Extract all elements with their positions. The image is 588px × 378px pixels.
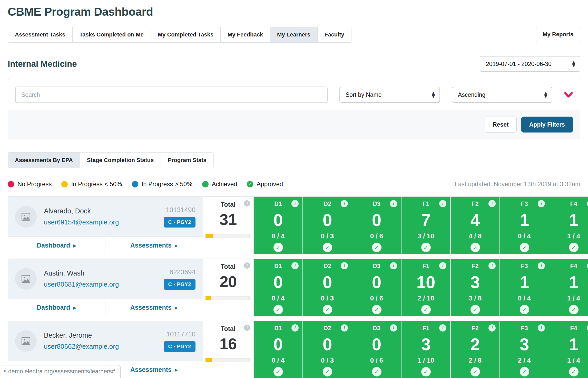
epa-fraction: 0 / 6 bbox=[352, 356, 401, 364]
no-progress-dot-icon bbox=[8, 181, 14, 187]
tab-faculty[interactable]: Faculty bbox=[317, 27, 351, 43]
legend-row: No Progress In Progress < 50% In Progres… bbox=[8, 181, 580, 188]
epa-info-icon[interactable]: i bbox=[439, 262, 446, 269]
date-range-value: 2019-07-01 - 2020-06-30 bbox=[486, 61, 552, 68]
epa-info-icon[interactable]: i bbox=[439, 200, 446, 207]
epa-info-icon[interactable]: i bbox=[291, 324, 299, 332]
epa-cell-d2: D2 i 0 0 / 3 ✓ bbox=[302, 321, 352, 378]
tab-assessment-tasks[interactable]: Assessment Tasks bbox=[8, 27, 73, 43]
epa-info-icon[interactable]: i bbox=[390, 262, 397, 269]
sort-by-select[interactable]: Sort by Name ▲▼ bbox=[339, 87, 440, 103]
apply-filters-button[interactable]: Apply Filters bbox=[521, 117, 573, 133]
epa-cell-f1: F1 i 3 1 / 10 ✓ bbox=[401, 321, 450, 378]
epa-cells: D1 i 0 0 / 4 ✓ D2 i 0 0 / 3 ✓ D3 i 0 bbox=[253, 321, 588, 378]
epa-approved-check-icon: ✓ bbox=[421, 305, 431, 314]
learner-id: 10117710 bbox=[166, 330, 195, 338]
epa-info-icon[interactable]: i bbox=[538, 262, 545, 269]
learner-info: Becker, Jerome user80662@example.org 101… bbox=[8, 321, 203, 361]
photo-placeholder-icon bbox=[22, 337, 30, 345]
assessments-link[interactable]: Assessments ▶ bbox=[105, 299, 203, 316]
epa-info-icon[interactable]: i bbox=[488, 262, 496, 269]
epa-info-icon[interactable]: i bbox=[341, 324, 348, 332]
tab-my-feedback[interactable]: My Feedback bbox=[220, 27, 270, 43]
learner-email-link[interactable]: user80681@example.org bbox=[44, 280, 119, 288]
epa-fraction: 1 / 4 bbox=[549, 294, 588, 302]
legend-item-in-progress-lt50: In Progress < 50% bbox=[61, 181, 122, 188]
epa-cells: D1 i 0 0 / 4 ✓ D2 i 0 0 / 3 ✓ D3 i 0 bbox=[253, 259, 588, 316]
epa-info-icon[interactable]: i bbox=[488, 324, 496, 332]
epa-cell-d1: D1 i 0 0 / 4 ✓ bbox=[253, 197, 302, 254]
epa-fraction: 4 / 8 bbox=[451, 232, 499, 240]
filter-panel: Sort by Name ▲▼ Ascending ▲▼ Reset Apply… bbox=[8, 79, 580, 139]
epa-cell-f3: F3 i 1 0 / 4 ✓ bbox=[499, 259, 549, 316]
total-info-icon[interactable]: i bbox=[244, 200, 250, 206]
learner-card: Alvarado, Dock user69154@example.org 101… bbox=[8, 196, 588, 254]
learner-links: Dashboard ▶ Assessments ▶ bbox=[8, 237, 203, 254]
epa-info-icon[interactable]: i bbox=[341, 200, 348, 207]
epa-fraction: 0 / 6 bbox=[352, 232, 401, 240]
view-tabbar: Assessments By EPA Stage Completion Stat… bbox=[8, 152, 214, 168]
epa-cells: D1 i 0 0 / 4 ✓ D2 i 0 0 / 3 ✓ D3 i 0 bbox=[253, 197, 588, 254]
legend-item-in-progress-gt50: In Progress > 50% bbox=[132, 181, 192, 188]
epa-fraction: 0 / 4 bbox=[500, 294, 549, 302]
epa-count: 1 bbox=[500, 212, 549, 229]
epa-info-icon[interactable]: i bbox=[488, 200, 496, 207]
search-input[interactable] bbox=[15, 87, 328, 103]
epa-info-icon[interactable]: i bbox=[390, 200, 397, 207]
epa-info-icon[interactable]: i bbox=[439, 324, 446, 332]
expand-filters-chevron-icon[interactable] bbox=[564, 92, 573, 98]
epa-info-icon[interactable]: i bbox=[291, 200, 299, 207]
legend-item-no-progress: No Progress bbox=[8, 181, 52, 188]
total-progress-bar bbox=[205, 296, 250, 300]
epa-count: 0 bbox=[352, 336, 401, 353]
main-tab-row: Assessment Tasks Tasks Completed on Me M… bbox=[8, 27, 580, 43]
total-info-icon[interactable]: i bbox=[244, 325, 250, 331]
epa-info-icon[interactable]: i bbox=[390, 324, 397, 332]
total-column: Total i 16 bbox=[203, 321, 253, 378]
epa-cell-d2: D2 i 0 0 / 3 ✓ bbox=[302, 259, 352, 316]
epa-cell-f2: F2 i 4 4 / 8 ✓ bbox=[450, 197, 499, 254]
epa-info-icon[interactable]: i bbox=[538, 200, 545, 207]
photo-placeholder-icon bbox=[22, 213, 30, 221]
total-progress-fill bbox=[205, 296, 211, 300]
epa-info-icon[interactable]: i bbox=[341, 262, 348, 269]
learner-email-link[interactable]: user69154@example.org bbox=[44, 218, 119, 226]
tab-stage-completion-status[interactable]: Stage Completion Status bbox=[80, 152, 161, 168]
legend-label: In Progress < 50% bbox=[71, 181, 122, 188]
epa-fraction: 3 / 8 bbox=[451, 294, 499, 302]
epa-cell-d2: D2 i 0 0 / 3 ✓ bbox=[302, 197, 352, 254]
dashboard-link[interactable]: Dashboard ▶ bbox=[8, 237, 105, 254]
learner-identity: Alvarado, Dock user69154@example.org bbox=[44, 207, 156, 226]
epa-info-icon[interactable]: i bbox=[291, 262, 299, 269]
learner-list: Alvarado, Dock user69154@example.org 101… bbox=[8, 196, 580, 378]
epa-cell-f2: F2 i 3 3 / 8 ✓ bbox=[450, 259, 499, 316]
epa-count: 0 bbox=[352, 212, 401, 229]
my-reports-button[interactable]: My Reports bbox=[536, 27, 580, 42]
arrow-right-icon: ▶ bbox=[175, 305, 178, 310]
tab-my-completed-tasks[interactable]: My Completed Tasks bbox=[151, 27, 221, 43]
tab-program-stats[interactable]: Program Stats bbox=[161, 152, 213, 168]
epa-approved-check-icon: ✓ bbox=[372, 367, 381, 376]
sort-order-select[interactable]: Ascending ▲▼ bbox=[452, 87, 552, 103]
reset-button[interactable]: Reset bbox=[485, 117, 517, 133]
epa-info-icon[interactable]: i bbox=[538, 324, 545, 332]
epa-approved-check-icon: ✓ bbox=[520, 305, 529, 314]
learner-email-link[interactable]: user80662@example.org bbox=[44, 343, 119, 350]
page: CBME Program Dashboard Assessment Tasks … bbox=[0, 0, 588, 378]
tab-my-learners[interactable]: My Learners bbox=[270, 27, 318, 43]
epa-fraction: 0 / 4 bbox=[254, 294, 302, 302]
photo-placeholder-icon bbox=[22, 275, 30, 283]
epa-count: 3 bbox=[401, 336, 450, 353]
tab-assessments-by-epa[interactable]: Assessments By EPA bbox=[8, 152, 80, 168]
learner-info-panel: Alvarado, Dock user69154@example.org 101… bbox=[8, 197, 203, 254]
dashboard-link[interactable]: Dashboard ▶ bbox=[8, 299, 105, 316]
tab-tasks-completed-on-me[interactable]: Tasks Completed on Me bbox=[72, 27, 151, 43]
epa-label: F4 bbox=[549, 263, 588, 270]
learner-stage-badge: C · PGY2 bbox=[164, 279, 195, 290]
epa-label: F4 bbox=[549, 201, 588, 207]
assessments-link[interactable]: Assessments ▶ bbox=[105, 237, 203, 254]
legend-label: No Progress bbox=[17, 181, 52, 188]
date-range-select[interactable]: 2019-07-01 - 2020-06-30 ▲▼ bbox=[480, 56, 580, 72]
total-info-icon[interactable]: i bbox=[244, 262, 250, 269]
epa-count: 1 bbox=[549, 274, 588, 291]
